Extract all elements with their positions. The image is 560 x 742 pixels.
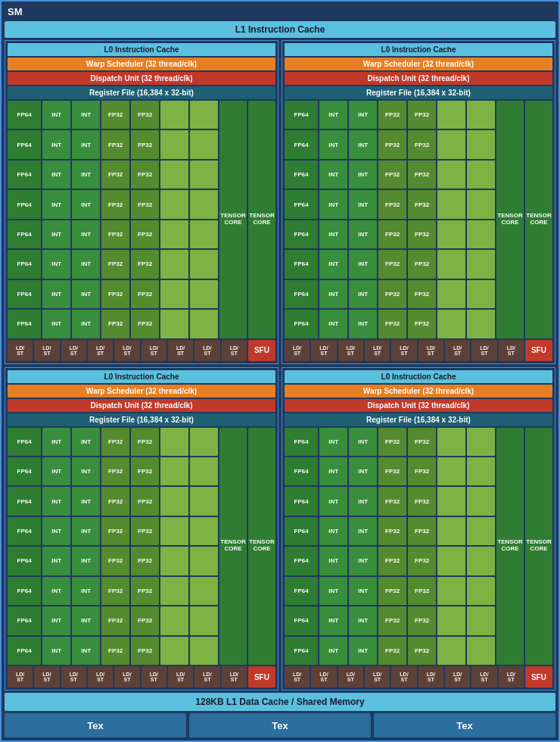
green-core — [160, 487, 188, 515]
ld-st-unit: LD/ST — [88, 666, 113, 687]
green-core — [467, 130, 495, 158]
int-core: INT — [42, 101, 70, 129]
fp32-core: FP32 — [101, 428, 129, 456]
fp32-core: FP32 — [378, 487, 406, 515]
int-core: INT — [72, 220, 100, 248]
green-core — [467, 637, 495, 665]
green-core — [190, 606, 218, 634]
cores-area-tr: FP64 INT INT FP32 FP32 FP64 INT INT FP32… — [285, 101, 552, 338]
int-core: INT — [42, 250, 70, 278]
ld-st-unit: LD/ST — [445, 340, 470, 361]
fp32-core: FP32 — [101, 487, 129, 515]
int-core: INT — [349, 220, 377, 248]
core-row: FP64 INT INT FP32 FP32 — [8, 161, 218, 189]
int-core: INT — [72, 517, 100, 545]
green-core — [437, 161, 465, 189]
l0-cache-tr: L0 Instruction Cache — [285, 43, 552, 56]
green-core — [437, 577, 465, 605]
fp64-core: FP64 — [8, 250, 41, 278]
sfu-unit: SFU — [525, 340, 552, 361]
fp32-core: FP32 — [101, 130, 129, 158]
int-core: INT — [349, 130, 377, 158]
green-core — [467, 220, 495, 248]
int-core: INT — [319, 457, 347, 485]
fp32-core: FP32 — [378, 101, 406, 129]
tensor-core: TENSORCORE — [248, 101, 275, 338]
int-core: INT — [349, 428, 377, 456]
ld-st-unit: LD/ST — [8, 666, 33, 687]
fp64-core: FP64 — [285, 637, 318, 665]
ld-st-unit: LD/ST — [391, 340, 416, 361]
fp32-core: FP32 — [101, 310, 129, 338]
core-row: FP64 INT INT FP32 FP32 — [285, 280, 495, 308]
core-row: FP64 INT INT FP32 FP32 — [285, 101, 495, 129]
ld-st-unit: LD/ST — [61, 666, 86, 687]
int-core: INT — [42, 517, 70, 545]
int-core: INT — [319, 637, 347, 665]
ld-st-unit: LD/ST — [471, 340, 496, 361]
bottom-row-tl: LD/ST LD/ST LD/ST LD/ST LD/ST LD/ST LD/S… — [8, 340, 275, 361]
tex-unit-1: Tex — [5, 713, 186, 737]
int-core: INT — [72, 487, 100, 515]
core-row: FP64 INT INT FP32 FP32 — [285, 487, 495, 515]
sfu-unit: SFU — [248, 666, 275, 687]
fp32-core: FP32 — [101, 190, 129, 218]
int-core: INT — [349, 517, 377, 545]
fp32-core: FP32 — [101, 637, 129, 665]
cores-area-bl: FP64 INT INT FP32 FP32 FP64 INT INT FP32… — [8, 428, 275, 666]
green-core — [437, 428, 465, 456]
int-core: INT — [42, 161, 70, 189]
sfu-unit: SFU — [525, 666, 552, 687]
int-core: INT — [42, 547, 70, 575]
fp64-core: FP64 — [285, 250, 318, 278]
int-core: INT — [72, 310, 100, 338]
fp32-core: FP32 — [101, 101, 129, 129]
green-core — [467, 310, 495, 338]
cores-area-tl: FP64 INT INT FP32 FP32 FP64 INT INT FP32… — [8, 101, 275, 338]
ld-st-unit: LD/ST — [338, 666, 363, 687]
int-core: INT — [319, 517, 347, 545]
int-core: INT — [349, 161, 377, 189]
cores-grid-br: FP64 INT INT FP32 FP32 FP64 INT INT FP32… — [285, 428, 495, 666]
green-core — [437, 310, 465, 338]
warp-scheduler-bl: Warp Scheduler (32 thread/clk) — [8, 385, 275, 398]
ld-st-unit: LD/ST — [114, 340, 139, 361]
fp32-core: FP32 — [101, 280, 129, 308]
fp64-core: FP64 — [8, 517, 41, 545]
tensor-column-2-br: TENSORCORE — [525, 428, 552, 666]
green-core — [190, 487, 218, 515]
core-row: FP64 INT INT FP32 FP32 — [8, 457, 218, 485]
core-row: FP64 INT INT FP32 FP32 — [8, 130, 218, 158]
green-core — [160, 310, 188, 338]
tensor-column-2-tl: TENSORCORE — [248, 101, 275, 338]
fp32-core: FP32 — [131, 487, 159, 515]
tex-unit-3: Tex — [374, 713, 555, 737]
fp64-core: FP64 — [285, 310, 318, 338]
green-core — [467, 428, 495, 456]
fp32-core: FP32 — [378, 457, 406, 485]
green-core — [437, 606, 465, 634]
core-row: FP64 INT INT FP32 FP32 — [285, 130, 495, 158]
green-core — [467, 161, 495, 189]
core-row: FP64 INT INT FP32 FP32 — [285, 457, 495, 485]
green-core — [467, 250, 495, 278]
core-row: FP64 INT INT FP32 FP32 — [8, 101, 218, 129]
fp32-core: FP32 — [378, 280, 406, 308]
core-row: FP64 INT INT FP32 FP32 — [8, 547, 218, 575]
quadrant-top-right: L0 Instruction Cache Warp Scheduler (32 … — [282, 40, 555, 364]
green-core — [190, 250, 218, 278]
fp32-core: FP32 — [408, 577, 436, 605]
tensor-column-1-bl: TENSORCORE — [219, 428, 247, 666]
fp32-core: FP32 — [131, 130, 159, 158]
int-core: INT — [319, 577, 347, 605]
fp64-core: FP64 — [8, 637, 41, 665]
sm-title: SM — [5, 5, 555, 19]
core-row: FP64 INT INT FP32 FP32 — [8, 310, 218, 338]
fp64-core: FP64 — [8, 101, 41, 129]
green-core — [190, 220, 218, 248]
core-row: FP64 INT INT FP32 FP32 — [285, 220, 495, 248]
core-row: FP64 INT INT FP32 FP32 — [285, 577, 495, 605]
fp32-core: FP32 — [378, 577, 406, 605]
int-core: INT — [42, 457, 70, 485]
fp32-core: FP32 — [408, 250, 436, 278]
